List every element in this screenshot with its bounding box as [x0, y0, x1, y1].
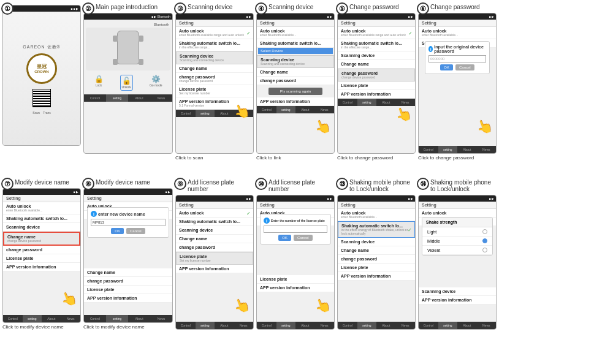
wheel-rl [113, 59, 118, 65]
step-4-tab-about[interactable]: About [295, 106, 315, 113]
step-7-tab-about[interactable]: About [42, 315, 61, 322]
step-7-change-name[interactable]: Change name change device password [3, 232, 80, 246]
step-9-screen: ■ ▶ Setting Auto unlock ✓ Shaking automa… [175, 195, 254, 330]
tab-about[interactable]: About [128, 94, 150, 102]
step-14-tab-control[interactable]: Control [419, 322, 438, 329]
step-5-title: Change password [349, 4, 399, 10]
step-4-tab-news[interactable]: News [315, 106, 335, 113]
step-6-ok-button[interactable]: OK [440, 64, 453, 70]
step-5-change-pwd[interactable]: change password change device password [338, 69, 415, 82]
tab-control[interactable]: Control [84, 94, 106, 102]
step-14-wrapper: ⑭ Shaking mobile phone to Lock/unlock ■ … [418, 179, 498, 330]
step-9-setting-header: Setting [176, 202, 253, 209]
step-5-number: ⑤ [336, 2, 348, 15]
step-8-wrapper: ⑧ Modify device name ■ ▶ Setting Auto un… [83, 179, 174, 330]
step-3-change-pwd: change password change device password [176, 73, 253, 85]
step-3-scanning[interactable]: Scanning device Scanning and connecting … [176, 51, 253, 64]
step-9-hand-pointer: 👆 [231, 295, 252, 316]
step-4-setting-header: Setting [257, 20, 334, 27]
step-8-topbar: ■ ▶ [84, 189, 172, 195]
step-13-tab-setting[interactable]: setting [357, 322, 377, 329]
step-3-title: Scanning device [188, 4, 232, 10]
step-9-tab-setting[interactable]: setting [196, 322, 215, 329]
step-8-name-input[interactable]: MP813 [91, 219, 166, 226]
step-7-change-pwd: change password [3, 246, 80, 254]
step-6-number: ⑥ [417, 2, 429, 15]
step-3-tab-setting[interactable]: setting [196, 110, 215, 117]
qr-code [32, 89, 51, 107]
step-5-topbar: ■ ▶ [338, 13, 415, 20]
step-9-tab-about[interactable]: About [215, 322, 234, 329]
step-13-tab-control[interactable]: Control [338, 322, 357, 329]
step-14-tab-about[interactable]: About [457, 322, 477, 329]
step-10-ok-button[interactable]: OK [278, 235, 291, 241]
step-7-topbar: ■ ▶ [3, 189, 80, 195]
step-4-tab-setting[interactable]: setting [276, 106, 296, 113]
step-7-header: ⑦ Modify device name [2, 179, 69, 187]
step-6-tab-about[interactable]: About [457, 146, 477, 153]
step-8-tab-news[interactable]: News [150, 315, 172, 322]
step-7-tab-setting[interactable]: setting [23, 315, 42, 322]
step-3-number: ③ [174, 2, 186, 15]
step-8-tab-setting[interactable]: setting [106, 315, 128, 322]
step-14-tab-setting[interactable]: setting [438, 322, 458, 329]
settings-icon-ctrl[interactable]: ⚙️ Go mode [150, 75, 162, 91]
step-8-tab-control[interactable]: Control [84, 315, 106, 322]
step-9-license[interactable]: License plate Set my license number [176, 252, 253, 265]
step-8-tab-about[interactable]: About [128, 315, 150, 322]
step-9-change-name: Change name [176, 235, 253, 243]
step-7-title: Modify device name [15, 179, 69, 186]
step-4-tab-control[interactable]: Control [257, 106, 276, 113]
scan-again-btn[interactable]: Pls scanning again [268, 88, 322, 95]
step-8-setting-header: Setting [84, 195, 172, 202]
step-8-ok-button[interactable]: OK [111, 228, 124, 234]
step-14-tab-news[interactable]: News [477, 322, 497, 329]
step-8-cancel-button[interactable]: Cancel [126, 228, 145, 234]
step-3-shaking: Shaking automatic switch lo... in the ef… [176, 39, 253, 51]
shake-option-light[interactable]: Light [422, 227, 492, 237]
step-3-tab-control[interactable]: Control [176, 110, 196, 117]
step-1-number: ① [1, 2, 13, 15]
step-6-cancel-button[interactable]: Cancel [455, 64, 474, 70]
step-10-wrapper: ⑩ Add license plate number ■ ▶ Setting A… [256, 179, 336, 330]
step-2-topbar: ■ ▶ Bluetooth [84, 13, 172, 20]
step-5-tab-setting[interactable]: setting [357, 99, 377, 106]
step-10-tab-control[interactable]: Control [257, 322, 276, 329]
step-13-tab-about[interactable]: About [376, 322, 396, 329]
step-1-wrapper: ① ■ ■ ▶ GAREON 佐教® 皇冠 CROWN S [2, 4, 82, 146]
lock-icon-ctrl[interactable]: 🔒 Lock [94, 75, 104, 91]
step-6-tab-control[interactable]: Control [419, 146, 438, 153]
crown-logo-text: 皇冠 CROWN [34, 63, 48, 74]
step-9-tab-control[interactable]: Control [176, 322, 196, 329]
step-10-tab-setting[interactable]: setting [276, 322, 296, 329]
tab-news[interactable]: News [150, 94, 172, 102]
shake-option-violent[interactable]: Violent [422, 246, 492, 255]
step-9-number: ⑨ [174, 178, 186, 190]
step-10-tab-about[interactable]: About [295, 322, 315, 329]
step-3-header: ③ Scanning device [175, 4, 232, 12]
step-14-setting-header: Setting [419, 202, 496, 209]
step-10-tab-news[interactable]: News [315, 322, 335, 329]
step-10-license: License plate [257, 275, 334, 284]
step-6-tab-setting[interactable]: setting [438, 146, 458, 153]
step-4-number: ④ [255, 2, 267, 15]
step-5-tab-about[interactable]: About [376, 99, 396, 106]
step-10-cancel-button[interactable]: Cancel [294, 235, 313, 241]
tab-setting[interactable]: setting [106, 94, 128, 102]
shake-option-middle[interactable]: Middle [422, 237, 492, 246]
step-6-password-input[interactable]: 0000000 [428, 55, 486, 63]
step-5-tab-control[interactable]: Control [338, 99, 357, 106]
step-14-auto-unlock: Auto unlock [419, 209, 496, 218]
selected-device-bar[interactable]: Select Device [258, 48, 333, 54]
step-7-tab-control[interactable]: Control [3, 315, 23, 322]
step-13-tab-news[interactable]: News [396, 322, 416, 329]
step-6-tab-news[interactable]: News [477, 146, 497, 153]
step-7-tab-news[interactable]: News [61, 315, 81, 322]
step-13-license: License plete [338, 264, 415, 272]
unlock-icon-ctrl[interactable]: 🔓 Unlock [120, 75, 133, 91]
step-13-shaking[interactable]: Shaking automatic switch lo... in the ef… [338, 221, 415, 238]
step-9-tab-news[interactable]: News [234, 322, 254, 329]
step-10-tabs: Control setting About News [257, 322, 334, 329]
step-3-tab-about[interactable]: About [215, 110, 234, 117]
step-10-license-input[interactable] [264, 226, 327, 233]
